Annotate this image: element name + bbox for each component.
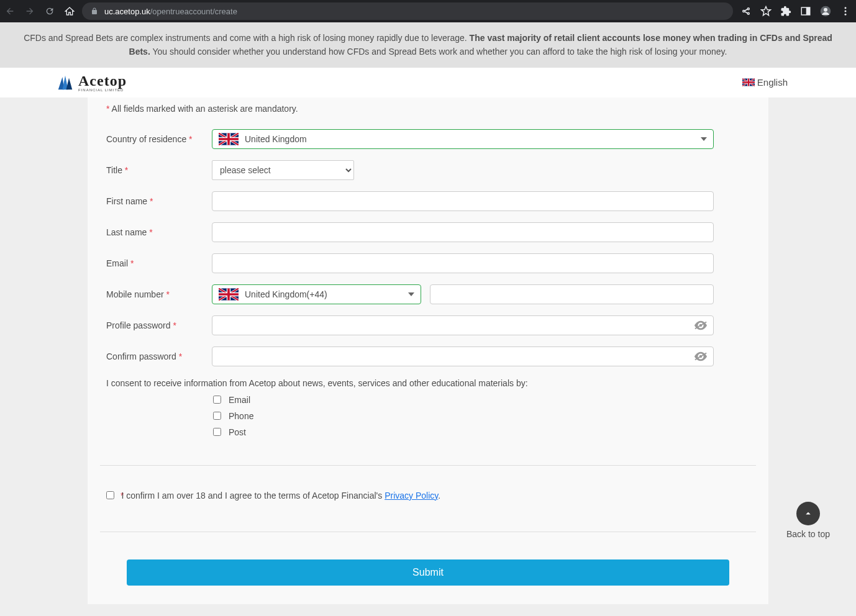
brand-tagline: FINANCIAL LIMITED bbox=[78, 88, 127, 92]
chevron-down-icon bbox=[408, 292, 414, 296]
svg-point-3 bbox=[824, 8, 827, 12]
first-name-label: First name * bbox=[106, 196, 212, 206]
confirm-password-input[interactable] bbox=[212, 346, 714, 366]
consent-phone-row: Phone bbox=[213, 408, 750, 424]
agree-row: *I confirm I am over 18 and I agree to t… bbox=[106, 484, 750, 507]
country-label: Country of residence * bbox=[106, 134, 212, 144]
privacy-policy-link[interactable]: Privacy Policy bbox=[385, 491, 438, 500]
brand-name: Acetop bbox=[78, 73, 127, 88]
mobile-number-input[interactable] bbox=[430, 284, 714, 304]
svg-point-5 bbox=[845, 11, 847, 12]
back-icon[interactable] bbox=[5, 6, 15, 16]
last-name-label: Last name * bbox=[106, 227, 212, 237]
site-header: Acetop FINANCIAL LIMITED English bbox=[0, 68, 856, 97]
back-to-top-label: Back to top bbox=[786, 529, 830, 539]
profile-icon[interactable] bbox=[820, 6, 831, 17]
forward-icon[interactable] bbox=[25, 6, 35, 16]
mandatory-note: * All fields marked with an asterisk are… bbox=[106, 97, 750, 124]
uk-flag-icon bbox=[219, 288, 239, 301]
consent-post-label: Post bbox=[229, 427, 246, 437]
consent-email-label: Email bbox=[229, 395, 250, 405]
email-input[interactable] bbox=[212, 253, 714, 273]
consent-email-checkbox[interactable] bbox=[213, 396, 221, 404]
logo[interactable]: Acetop FINANCIAL LIMITED bbox=[56, 73, 127, 92]
eye-off-icon[interactable] bbox=[694, 351, 708, 361]
consent-phone-checkbox[interactable] bbox=[213, 412, 221, 420]
risk-warning-banner: CFDs and Spread Bets are complex instrum… bbox=[0, 22, 856, 68]
share-icon[interactable] bbox=[740, 6, 752, 17]
agree-checkbox[interactable] bbox=[106, 491, 114, 499]
submit-button[interactable]: Submit bbox=[127, 559, 729, 586]
eye-off-icon[interactable] bbox=[694, 320, 708, 330]
language-selector[interactable]: English bbox=[742, 77, 788, 88]
divider bbox=[100, 465, 756, 466]
language-label: English bbox=[757, 77, 788, 88]
consent-post-checkbox[interactable] bbox=[213, 428, 221, 436]
consent-email-row: Email bbox=[213, 392, 750, 408]
last-name-input[interactable] bbox=[212, 222, 714, 242]
confirm-password-label: Confirm password * bbox=[106, 351, 212, 361]
browser-toolbar: uc.acetop.uk/opentrueaccount/create bbox=[0, 0, 856, 22]
uk-flag-icon bbox=[742, 78, 755, 86]
reload-icon[interactable] bbox=[45, 6, 55, 16]
logo-icon bbox=[56, 73, 75, 92]
profile-password-input[interactable] bbox=[212, 315, 714, 335]
divider bbox=[100, 532, 756, 532]
title-label: Title * bbox=[106, 165, 212, 175]
uk-flag-icon bbox=[219, 133, 239, 145]
country-value: United Kingdom bbox=[245, 134, 307, 144]
home-icon[interactable] bbox=[65, 6, 75, 16]
address-bar[interactable]: uc.acetop.uk/opentrueaccount/create bbox=[82, 2, 733, 20]
country-dropdown[interactable]: United Kingdom bbox=[212, 129, 714, 149]
mobile-country-dropdown[interactable]: United Kingdom(+44) bbox=[212, 284, 421, 304]
back-to-top-button[interactable]: Back to top bbox=[786, 502, 830, 539]
consent-post-row: Post bbox=[213, 424, 750, 440]
chevron-up-icon bbox=[803, 508, 814, 519]
extensions-icon[interactable] bbox=[780, 6, 791, 17]
chevron-down-icon bbox=[701, 137, 707, 141]
svg-point-6 bbox=[845, 14, 847, 16]
title-select[interactable]: please select bbox=[212, 160, 354, 180]
consent-intro: I consent to receive information from Ac… bbox=[106, 372, 750, 392]
email-label: Email * bbox=[106, 258, 212, 268]
svg-point-4 bbox=[845, 7, 847, 9]
star-icon[interactable] bbox=[760, 6, 772, 17]
consent-phone-label: Phone bbox=[229, 411, 253, 421]
first-name-input[interactable] bbox=[212, 191, 714, 211]
svg-rect-1 bbox=[806, 7, 810, 15]
lock-icon bbox=[91, 7, 98, 15]
panel-icon[interactable] bbox=[800, 6, 811, 17]
url: uc.acetop.uk/opentrueaccount/create bbox=[104, 7, 237, 16]
mobile-label: Mobile number * bbox=[106, 289, 212, 299]
mobile-country-value: United Kingdom(+44) bbox=[245, 289, 327, 299]
menu-icon[interactable] bbox=[840, 6, 851, 17]
profile-password-label: Profile password * bbox=[106, 320, 212, 330]
